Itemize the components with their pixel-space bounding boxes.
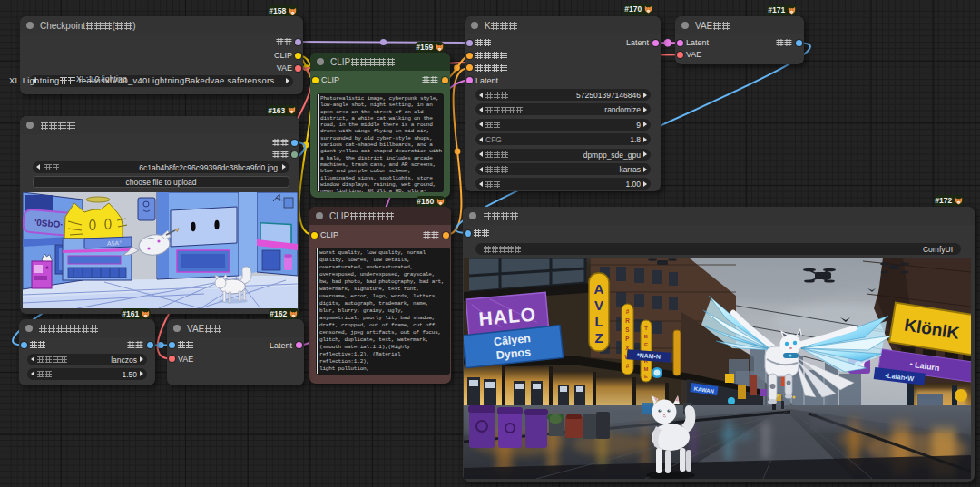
svg-text:S: S bbox=[625, 326, 630, 333]
svg-text:B: B bbox=[644, 334, 649, 339]
svg-text:#: # bbox=[626, 363, 630, 369]
svg-text:V: V bbox=[594, 297, 603, 313]
svg-text:L: L bbox=[594, 314, 603, 329]
svg-text:Z: Z bbox=[594, 330, 603, 346]
svg-text:R: R bbox=[625, 317, 630, 324]
svg-text:E: E bbox=[644, 342, 648, 347]
svg-text:M: M bbox=[644, 366, 649, 372]
svg-text:#: # bbox=[626, 308, 630, 315]
svg-text:P: P bbox=[625, 336, 630, 342]
svg-text:A: A bbox=[594, 281, 604, 297]
svg-text:A5A°: A5A° bbox=[107, 239, 122, 247]
svg-text:E: E bbox=[644, 374, 648, 379]
svg-text:T: T bbox=[644, 326, 648, 331]
